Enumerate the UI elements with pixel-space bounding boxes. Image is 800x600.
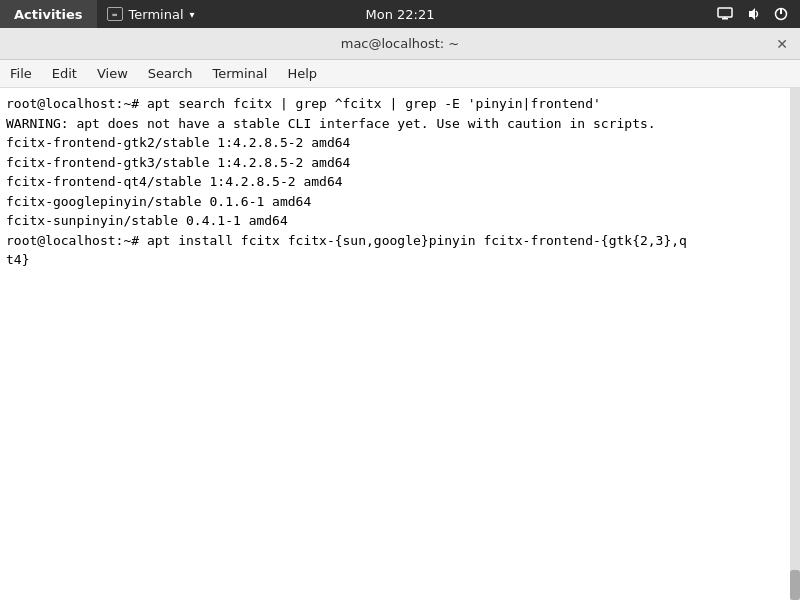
menu-view[interactable]: View (87, 60, 138, 88)
menu-search[interactable]: Search (138, 60, 203, 88)
activities-button[interactable]: Activities (0, 0, 97, 28)
terminal-line: fcitx-googlepinyin/stable 0.1.6-1 amd64 (6, 192, 794, 212)
volume-icon[interactable] (744, 5, 762, 23)
dropdown-arrow-icon: ▾ (190, 9, 195, 20)
terminal-tab[interactable]: ▬ Terminal ▾ (97, 0, 205, 28)
clock: Mon 22:21 (365, 7, 434, 22)
menu-edit[interactable]: Edit (42, 60, 87, 88)
terminal-output: root@localhost:~# apt search fcitx | gre… (6, 94, 794, 270)
terminal-window: mac@localhost: ~ ✕ File Edit View Search… (0, 28, 800, 600)
scrollbar[interactable] (790, 88, 800, 600)
close-button[interactable]: ✕ (772, 34, 792, 54)
terminal-line: fcitx-frontend-qt4/stable 1:4.2.8.5-2 am… (6, 172, 794, 192)
activities-label: Activities (14, 7, 83, 22)
scrollbar-thumb[interactable] (790, 570, 800, 600)
terminal-window-icon: ▬ (107, 7, 123, 21)
svg-rect-2 (724, 17, 726, 19)
terminal-tab-label: Terminal (129, 7, 184, 22)
system-bar: Activities ▬ Terminal ▾ Mon 22:21 (0, 0, 800, 28)
terminal-line: WARNING: apt does not have a stable CLI … (6, 114, 794, 134)
terminal-line: fcitx-frontend-gtk2/stable 1:4.2.8.5-2 a… (6, 133, 794, 153)
terminal-line: root@localhost:~# apt search fcitx | gre… (6, 94, 794, 114)
menu-help[interactable]: Help (277, 60, 327, 88)
terminal-line: root@localhost:~# apt install fcitx fcit… (6, 231, 794, 251)
svg-marker-3 (749, 8, 755, 20)
terminal-content[interactable]: root@localhost:~# apt search fcitx | gre… (0, 88, 800, 600)
system-bar-left: Activities ▬ Terminal ▾ (0, 0, 205, 28)
menu-terminal[interactable]: Terminal (202, 60, 277, 88)
terminal-line: fcitx-frontend-gtk3/stable 1:4.2.8.5-2 a… (6, 153, 794, 173)
power-icon[interactable] (772, 5, 790, 23)
title-bar: mac@localhost: ~ ✕ (0, 28, 800, 60)
display-icon[interactable] (716, 5, 734, 23)
system-bar-right (716, 5, 800, 23)
terminal-line: fcitx-sunpinyin/stable 0.4.1-1 amd64 (6, 211, 794, 231)
terminal-line: t4} (6, 250, 794, 270)
svg-rect-0 (718, 8, 732, 17)
menu-file[interactable]: File (0, 60, 42, 88)
menu-bar: File Edit View Search Terminal Help (0, 60, 800, 88)
window-title: mac@localhost: ~ (341, 36, 460, 51)
